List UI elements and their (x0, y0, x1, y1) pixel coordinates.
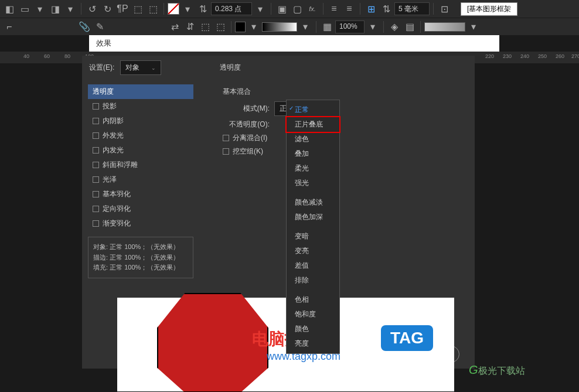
ruler-mark: 230 (503, 53, 512, 59)
effects-list: 透明度 投影 内阴影 外发光 内发光 斜面和浮雕 光泽 基本羽化 定向羽化 渐变… (82, 80, 199, 283)
blend-mode-difference[interactable]: 差值 (287, 258, 339, 273)
stepper-icon[interactable]: ⇅ (379, 2, 393, 16)
basic-blend-title: 基本混合 (223, 87, 469, 97)
blend-mode-saturation[interactable]: 饱和度 (287, 307, 339, 322)
main-toolbar: ◧ ▭ ▾ ◨ ▾ ↺ ↻ ¶P ⬚ ⬚ ▾ ⇅ 0.283 点 ▾ ▣ ▢ f… (0, 0, 579, 18)
dialog-title: 效果 (96, 38, 111, 49)
transform-icon-2[interactable]: ⬚ (213, 20, 227, 34)
blend-mode-screen[interactable]: 滤色 (287, 132, 339, 146)
chevron-down-icon[interactable]: ▾ (253, 2, 267, 16)
blend-mode-overlay[interactable]: 叠加 (287, 146, 339, 161)
effect-directional-feather[interactable]: 定向羽化 (88, 202, 193, 216)
align-icon[interactable]: ≡ (327, 2, 341, 16)
corner-icon[interactable]: ⌐ (2, 20, 16, 34)
ruler-mark: 260 (556, 53, 564, 59)
wrap-icon[interactable]: ▤ (403, 20, 417, 34)
chain-icon[interactable]: ⬚ (146, 2, 160, 16)
frame-icon[interactable]: ▢ (290, 2, 304, 16)
transparency-heading: 透明度 (220, 63, 241, 73)
effect-inner-shadow[interactable]: 内阴影 (88, 114, 193, 128)
blend-mode-luminosity[interactable]: 亮度 (287, 336, 339, 351)
frame-fit-icon[interactable]: ▣ (275, 2, 289, 16)
blend-mode-normal[interactable]: ✓正常 (287, 103, 339, 117)
effect-gradient-feather[interactable]: 渐变羽化 (88, 216, 193, 231)
settings-label: 设置(E): (89, 63, 114, 73)
blend-mode-exclusion[interactable]: 排除 (287, 273, 339, 288)
effect-drop-shadow[interactable]: 投影 (88, 99, 193, 114)
mode-label: 模式(M): (217, 104, 270, 114)
zoom-input[interactable]: 100% (335, 21, 365, 33)
ruler-mark: 270 (571, 53, 579, 59)
rotate-ccw-icon[interactable]: ↺ (85, 2, 99, 16)
status-summary: 对象: 正常 100%；（无效果） 描边: 正常 100%；（无效果） 填充: … (88, 237, 193, 278)
watermark-site2: G极光下载站 (469, 363, 525, 377)
dropdown-icon[interactable]: ▾ (33, 2, 47, 16)
stroke-weight-input[interactable]: 0.283 点 (211, 2, 252, 15)
gradient-swatch[interactable] (262, 22, 297, 32)
link-icon[interactable]: ⬚ (131, 2, 145, 16)
gradient-bar[interactable] (424, 22, 465, 32)
fx-icon[interactable]: fx. (305, 2, 319, 16)
preset-dropdown[interactable]: [基本图形框架 (461, 2, 517, 16)
ruler-mark: 220 (485, 53, 494, 59)
tag-badge: TAG (381, 325, 433, 351)
ruler-mark: 250 (538, 53, 547, 59)
blend-mode-darken[interactable]: 变暗 (287, 229, 339, 244)
knockout-group-checkbox[interactable]: 挖空组(K) (223, 146, 469, 156)
tool-btn-2[interactable]: ▭ (18, 2, 32, 16)
chevron-down-icon[interactable]: ▾ (180, 2, 195, 16)
blend-mode-color[interactable]: 颜色 (287, 322, 339, 336)
effect-basic-feather[interactable]: 基本羽化 (88, 187, 193, 202)
flip-v-icon[interactable]: ⇵ (183, 20, 197, 34)
blend-mode-color-dodge[interactable]: 颜色减淡 (287, 195, 339, 210)
brush-icon[interactable]: ✎ (93, 20, 107, 34)
chevron-down-icon[interactable]: ▾ (366, 20, 380, 34)
align-icon-2[interactable]: ≡ (342, 2, 356, 16)
blend-mode-menu: ✓正常 正片叠底 滤色 叠加 柔光 强光 颜色减淡 颜色加深 变暗 变亮 差值 … (286, 100, 340, 354)
grid-settings-icon[interactable]: ⊡ (437, 2, 451, 16)
blend-mode-soft-light[interactable]: 柔光 (287, 161, 339, 176)
blend-mode-multiply[interactable]: 正片叠底 (287, 117, 339, 132)
opacity-label: 不透明度(O): (217, 120, 270, 129)
size-input[interactable]: 5 毫米 (394, 2, 430, 15)
effect-inner-glow[interactable]: 内发光 (88, 143, 193, 158)
flip-h-icon[interactable]: ⇄ (168, 20, 182, 34)
chevron-down-icon[interactable]: ▾ (247, 20, 261, 34)
rotate-cw-icon[interactable]: ↻ (100, 2, 114, 16)
blend-mode-hard-light[interactable]: 强光 (287, 176, 339, 190)
isolate-blend-checkbox[interactable]: 分离混合(I) (223, 133, 469, 143)
chevron-down-icon[interactable]: ▾ (466, 20, 481, 34)
effect-satin[interactable]: 光泽 (88, 172, 193, 187)
stepper-icon[interactable]: ⇅ (196, 2, 210, 16)
grid-icon[interactable]: ⊞ (364, 2, 378, 16)
dialog-title-bar: 效果 (89, 35, 499, 52)
tool-btn-1[interactable]: ◧ (2, 2, 16, 16)
stroke-swatch[interactable] (168, 3, 179, 15)
tool-btn-4[interactable]: ▾ (63, 2, 77, 16)
chevron-down-icon[interactable]: ▾ (298, 20, 312, 34)
chevron-down-icon: ⌄ (151, 65, 156, 71)
ruler-mark: 40 (23, 53, 29, 59)
ruler-mark: 240 (520, 53, 529, 59)
effect-outer-glow[interactable]: 外发光 (88, 128, 193, 143)
attach-icon[interactable]: 📎 (77, 20, 91, 34)
blend-mode-hue[interactable]: 色相 (287, 292, 339, 307)
blend-mode-color-burn[interactable]: 颜色加深 (287, 210, 339, 224)
ruler-mark: 60 (44, 53, 50, 59)
effects-icon[interactable]: ◈ (387, 20, 401, 34)
tool-btn-3[interactable]: ◨ (48, 2, 62, 16)
blend-mode-lighten[interactable]: 变亮 (287, 244, 339, 258)
ruler-mark: 80 (64, 53, 70, 59)
effect-bevel[interactable]: 斜面和浮雕 (88, 158, 193, 172)
transform-icon[interactable]: ⬚ (198, 20, 212, 34)
settings-dropdown[interactable]: 对象 ⌄ (120, 60, 161, 75)
fill-swatch[interactable] (235, 22, 246, 32)
secondary-toolbar: ⌐ 📎 ✎ ⇄ ⇵ ⬚ ⬚ ▾ ▾ ▦ 100% ▾ ◈ ▤ ▾ (0, 18, 579, 35)
opacity-icon[interactable]: ▦ (320, 20, 334, 34)
paragraph-icon[interactable]: ¶P (115, 2, 130, 16)
transparency-panel: 基本混合 模式(M): 正常 ⌄ 不透明度(O): 分离混合(I) 挖空组(K) (211, 80, 475, 165)
effect-transparency[interactable]: 透明度 (88, 84, 193, 99)
